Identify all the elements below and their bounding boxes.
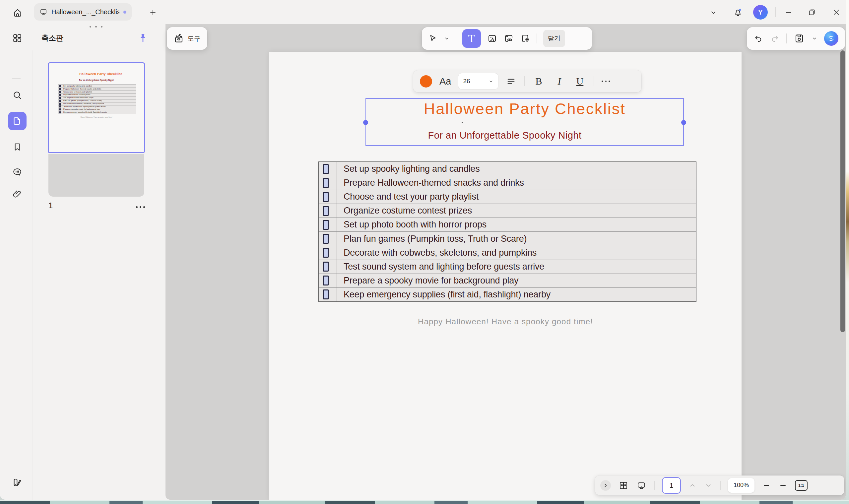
checkbox-cell[interactable] — [319, 274, 337, 287]
thumbnail-checkbox-icon — [59, 103, 61, 105]
notifications-button[interactable] — [732, 7, 743, 18]
checklist-item-text[interactable]: Plan fun games (Pumpkin toss, Truth or S… — [337, 234, 527, 244]
search-button[interactable] — [12, 90, 23, 101]
zoom-out-button[interactable] — [762, 481, 771, 490]
vertical-scrollbar[interactable] — [841, 50, 845, 332]
bookmarks-button[interactable] — [12, 141, 23, 152]
checklist-row[interactable]: Organize costume contest prizes — [319, 203, 696, 217]
thumbnail-more-button[interactable] — [134, 205, 146, 209]
save-button[interactable] — [794, 33, 805, 44]
checklist-item-text[interactable]: Prepare a spooky movie for background pl… — [337, 275, 518, 286]
checkbox-cell[interactable] — [319, 162, 337, 176]
document-title[interactable]: Halloween Party Checklist — [366, 100, 683, 118]
page-number-input[interactable]: 1 — [662, 477, 681, 494]
image-tool-button[interactable] — [487, 33, 498, 44]
text-color-button[interactable] — [420, 75, 432, 88]
checkbox-cell[interactable] — [319, 288, 337, 301]
checklist-row[interactable]: Set up photo booth with horror props — [319, 217, 696, 231]
more-format-options-button[interactable] — [601, 80, 610, 82]
checklist-row[interactable]: Choose and test your party playlist — [319, 190, 696, 203]
checkbox-cell[interactable] — [319, 232, 337, 245]
page-layout-button[interactable] — [618, 480, 629, 491]
checklist-item-text[interactable]: Keep emergency supplies (first aid, flas… — [337, 289, 550, 300]
rail-panel-divider — [33, 50, 33, 500]
user-avatar[interactable]: Y — [753, 5, 768, 20]
toolbar-collapse-button[interactable] — [708, 8, 718, 17]
bold-button[interactable]: B — [532, 76, 545, 87]
previous-page-button[interactable] — [688, 481, 697, 490]
thumbnail-item-text: Prepare Halloween-themed snacks and drin… — [62, 88, 101, 90]
checklist-row[interactable]: Keep emergency supplies (first aid, flas… — [319, 287, 696, 301]
checklist-row[interactable]: Plan fun games (Pumpkin toss, Truth or S… — [319, 231, 696, 245]
home-button[interactable] — [12, 7, 23, 19]
checkbox-cell[interactable] — [319, 218, 337, 231]
thumbnail-table: Set up spooky lighting and candlesPrepar… — [58, 85, 136, 114]
paperclip-icon — [12, 189, 22, 199]
checkbox-cell[interactable] — [319, 190, 337, 203]
attachments-button[interactable] — [12, 188, 23, 200]
collapse-statusbar-button[interactable] — [600, 480, 611, 491]
save-options-dropdown[interactable] — [812, 35, 817, 41]
zoom-in-button[interactable] — [778, 481, 788, 490]
panel-drag-handle[interactable] — [90, 26, 103, 28]
actual-size-button[interactable]: 1:1 — [795, 480, 808, 491]
underline-button[interactable]: U — [573, 76, 586, 87]
tools-button[interactable]: 도구 — [167, 27, 207, 50]
checklist-row[interactable]: Prepare Halloween-themed snacks and drin… — [319, 176, 696, 190]
ai-assistant-button[interactable] — [824, 31, 838, 46]
close-window-button[interactable] — [831, 7, 842, 17]
present-screen-icon — [636, 481, 646, 490]
checklist-row[interactable]: Prepare a spooky movie for background pl… — [319, 273, 696, 287]
page-thumbnail-preview[interactable]: Halloween Party Checklist For an Unforge… — [48, 62, 145, 153]
close-icon — [832, 8, 841, 16]
checkbox-cell[interactable] — [319, 204, 337, 217]
new-tab-button[interactable] — [148, 8, 158, 17]
pdf-page[interactable]: Halloween Party Checklist For an Unforge… — [269, 52, 742, 500]
top-bar: Halloween_..._Checklist Y — [0, 0, 846, 24]
checklist-item-text[interactable]: Choose and test your party playlist — [337, 192, 478, 202]
minimize-button[interactable] — [783, 7, 794, 17]
checkbox-cell[interactable] — [319, 246, 337, 259]
checklist-item-text[interactable]: Test sound system and lighting before gu… — [337, 262, 544, 272]
resize-handle-right[interactable] — [681, 120, 686, 125]
resize-handle-left[interactable] — [363, 120, 368, 125]
next-page-button[interactable] — [704, 481, 713, 490]
undo-button[interactable] — [754, 34, 763, 43]
presentation-mode-button[interactable] — [636, 480, 647, 491]
link-tool-button[interactable] — [503, 33, 514, 44]
text-tool-button-active[interactable]: T — [462, 29, 481, 48]
redo-button-disabled[interactable] — [770, 34, 780, 43]
checklist-item-text[interactable]: Decorate with cobwebs, skeletons, and pu… — [337, 248, 537, 258]
comments-button[interactable] — [12, 166, 23, 178]
document-tab[interactable]: Halloween_..._Checklist — [34, 3, 132, 21]
close-edit-mode-button[interactable]: 닫기 — [543, 30, 565, 47]
checklist-row[interactable]: Test sound system and lighting before gu… — [319, 259, 696, 273]
annotation-tool-button[interactable] — [520, 33, 530, 44]
thumbnails-panel-button[interactable] — [8, 112, 26, 130]
document-footer[interactable]: Happy Halloween! Have a spooky good time… — [269, 317, 742, 326]
thumbnail-checkbox-icon — [59, 94, 61, 96]
checklist-item-text[interactable]: Prepare Halloween-themed snacks and drin… — [337, 178, 524, 188]
zoom-level-display[interactable]: 100% — [728, 478, 755, 493]
checkbox-cell[interactable] — [319, 260, 337, 273]
text-align-button[interactable] — [505, 76, 517, 87]
text-selection-box[interactable]: Halloween Party Checklist For an Unforge… — [365, 98, 684, 146]
select-tool-button[interactable] — [428, 34, 438, 43]
apps-grid-button[interactable] — [12, 33, 23, 44]
checklist-row[interactable]: Set up spooky lighting and candles — [319, 162, 696, 176]
pin-panel-button[interactable] — [137, 32, 149, 44]
thumbnail-checkbox-icon — [59, 97, 61, 99]
document-subtitle[interactable]: For an Unforgettable Spooky Night — [346, 130, 663, 141]
select-tool-dropdown[interactable] — [444, 35, 450, 41]
checklist-item-text[interactable]: Set up spooky lighting and candles — [337, 164, 480, 174]
restore-window-button[interactable] — [807, 7, 817, 17]
checklist-row[interactable]: Decorate with cobwebs, skeletons, and pu… — [319, 246, 696, 259]
checklist-item-text[interactable]: Organize costume contest prizes — [337, 205, 472, 216]
font-size-select[interactable]: 26 — [458, 73, 498, 89]
checkbox-cell[interactable] — [319, 176, 337, 190]
font-style-button[interactable]: Aa — [439, 76, 451, 87]
italic-button[interactable]: I — [553, 76, 566, 87]
checklist-item-text[interactable]: Set up photo booth with horror props — [337, 219, 487, 230]
appearance-button[interactable] — [12, 477, 23, 488]
page-thumbnail[interactable]: Halloween Party Checklist For an Unforge… — [48, 62, 145, 197]
